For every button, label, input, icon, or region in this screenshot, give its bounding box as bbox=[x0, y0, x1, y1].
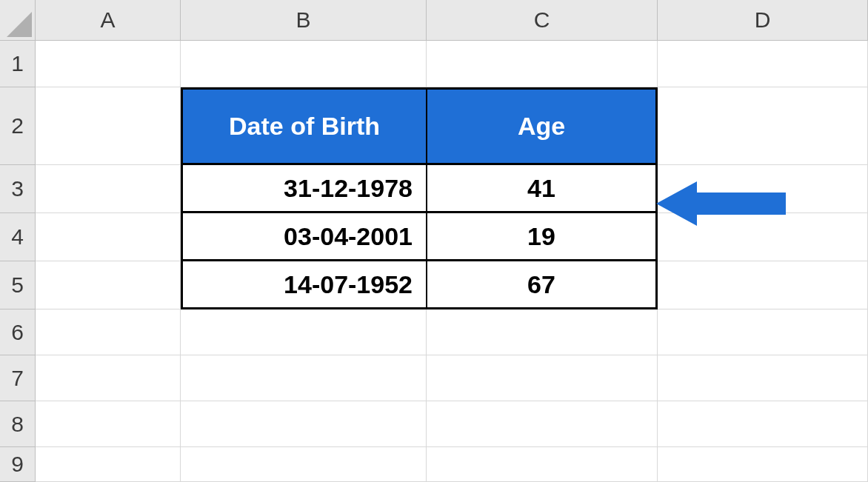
cell-dob-0[interactable]: 31-12-1978 bbox=[181, 165, 427, 213]
row-header-8[interactable]: 8 bbox=[0, 401, 36, 447]
cell-C6[interactable] bbox=[427, 309, 658, 355]
row-header-4[interactable]: 4 bbox=[0, 213, 36, 261]
row-header-6[interactable]: 6 bbox=[0, 309, 36, 355]
cell-A1[interactable] bbox=[36, 41, 181, 87]
cell-D3[interactable] bbox=[658, 165, 868, 213]
select-all-corner[interactable] bbox=[0, 0, 36, 41]
cell-D6[interactable] bbox=[658, 309, 868, 355]
cell-A5[interactable] bbox=[36, 261, 181, 309]
cell-C9[interactable] bbox=[427, 447, 658, 482]
cell-B7[interactable] bbox=[181, 355, 427, 401]
cell-age-2[interactable]: 67 bbox=[427, 261, 658, 309]
cell-D8[interactable] bbox=[658, 401, 868, 447]
col-header-B[interactable]: B bbox=[181, 0, 427, 41]
row-header-9[interactable]: 9 bbox=[0, 447, 36, 482]
cell-C1[interactable] bbox=[427, 41, 658, 87]
row-header-2[interactable]: 2 bbox=[0, 87, 36, 165]
cell-B1[interactable] bbox=[181, 41, 427, 87]
cell-D2[interactable] bbox=[658, 87, 868, 165]
row-header-3[interactable]: 3 bbox=[0, 165, 36, 213]
cell-dob-2[interactable]: 14-07-1952 bbox=[181, 261, 427, 309]
cell-D1[interactable] bbox=[658, 41, 868, 87]
cell-D9[interactable] bbox=[658, 447, 868, 482]
cell-dob-1[interactable]: 03-04-2001 bbox=[181, 213, 427, 261]
cell-age-0[interactable]: 41 bbox=[427, 165, 658, 213]
row-header-7[interactable]: 7 bbox=[0, 355, 36, 401]
cell-age-1[interactable]: 19 bbox=[427, 213, 658, 261]
cell-C7[interactable] bbox=[427, 355, 658, 401]
cell-A2[interactable] bbox=[36, 87, 181, 165]
row-header-5[interactable]: 5 bbox=[0, 261, 36, 309]
col-header-D[interactable]: D bbox=[658, 0, 868, 41]
cell-A4[interactable] bbox=[36, 213, 181, 261]
col-header-C[interactable]: C bbox=[427, 0, 658, 41]
row-header-1[interactable]: 1 bbox=[0, 41, 36, 87]
cell-A8[interactable] bbox=[36, 401, 181, 447]
spreadsheet-grid: A B C D 1 2 Date of Birth Age 3 31-12-19… bbox=[0, 0, 868, 482]
cell-A3[interactable] bbox=[36, 165, 181, 213]
cell-A9[interactable] bbox=[36, 447, 181, 482]
table-header-dob[interactable]: Date of Birth bbox=[181, 87, 427, 165]
cell-D5[interactable] bbox=[658, 261, 868, 309]
cell-B6[interactable] bbox=[181, 309, 427, 355]
table-header-age[interactable]: Age bbox=[427, 87, 658, 165]
cell-C8[interactable] bbox=[427, 401, 658, 447]
cell-D4[interactable] bbox=[658, 213, 868, 261]
cell-A7[interactable] bbox=[36, 355, 181, 401]
cell-A6[interactable] bbox=[36, 309, 181, 355]
cell-D7[interactable] bbox=[658, 355, 868, 401]
cell-B8[interactable] bbox=[181, 401, 427, 447]
cell-B9[interactable] bbox=[181, 447, 427, 482]
col-header-A[interactable]: A bbox=[36, 0, 181, 41]
